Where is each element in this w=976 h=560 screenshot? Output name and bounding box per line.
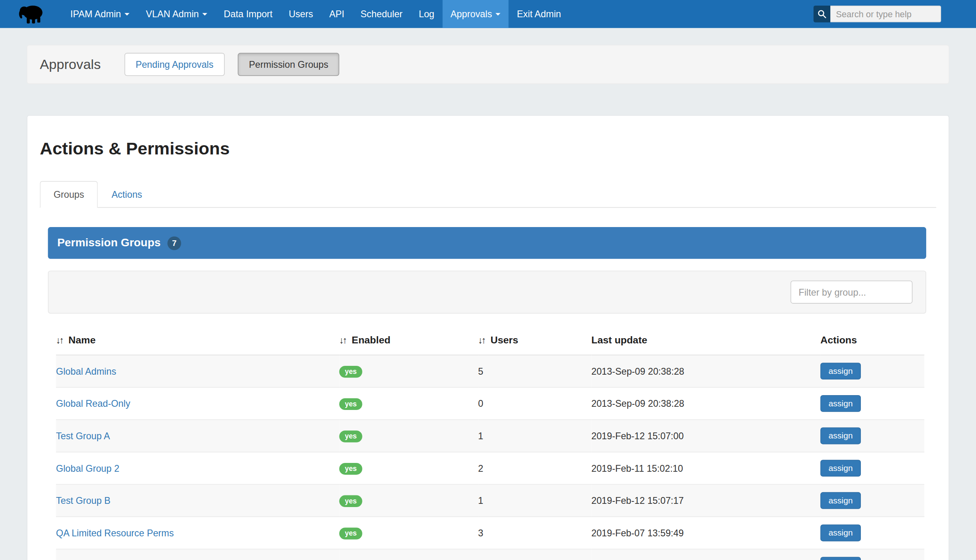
- tab-groups[interactable]: Groups: [40, 181, 98, 208]
- enabled-badge: yes: [339, 463, 362, 474]
- last-update: 2019-Feb-12 15:08:37: [591, 549, 820, 560]
- table-row: Global Group 2 yes 2 2019-Feb-11 15:02:1…: [56, 452, 925, 485]
- table-header-row: ↓↑Name ↓↑Enabled ↓↑Users Last update Act…: [56, 320, 925, 355]
- tab-actions[interactable]: Actions: [98, 181, 156, 208]
- last-update: 2013-Sep-09 20:38:28: [591, 355, 820, 388]
- nav-item-vlan-admin[interactable]: VLAN Admin: [138, 0, 216, 28]
- enabled-badge: yes: [339, 398, 362, 410]
- last-update: 2019-Feb-12 15:07:17: [591, 484, 820, 517]
- nav-item-data-import[interactable]: Data Import: [216, 0, 281, 28]
- users-count: 5: [478, 355, 591, 388]
- users-count: 3: [478, 517, 591, 549]
- nav-item-scheduler[interactable]: Scheduler: [352, 0, 411, 28]
- page: IPAM Admin VLAN Admin Data Import Users …: [0, 0, 976, 560]
- assign-button[interactable]: assign: [820, 428, 861, 444]
- column-header-name[interactable]: ↓↑Name: [56, 320, 340, 355]
- column-header-actions: Actions: [820, 320, 924, 355]
- pending-approvals-button[interactable]: Pending Approvals: [124, 53, 225, 76]
- enabled-badge: yes: [339, 527, 362, 539]
- assign-button[interactable]: assign: [820, 395, 861, 412]
- table-row: Global Read-Only yes 0 2013-Sep-09 20:38…: [56, 388, 925, 420]
- nav-item-api[interactable]: API: [321, 0, 352, 28]
- group-link[interactable]: Global Group 2: [56, 463, 120, 473]
- assign-button[interactable]: assign: [820, 363, 861, 379]
- last-update: 2019-Feb-12 15:07:00: [591, 420, 820, 452]
- count-badge: 7: [167, 236, 181, 250]
- approvals-header-card: Approvals Pending Approvals Permission G…: [27, 45, 950, 84]
- nav-item-label: Log: [419, 9, 434, 19]
- nav-menu: IPAM Admin VLAN Admin Data Import Users …: [62, 0, 569, 28]
- nav-item-label: API: [329, 9, 345, 19]
- last-update: 2019-Feb-11 15:02:10: [591, 452, 820, 485]
- actions-permissions-card: Actions & Permissions Groups Actions Per…: [27, 115, 950, 560]
- column-label: Enabled: [352, 335, 390, 345]
- nav-item-label: VLAN Admin: [146, 9, 199, 19]
- group-link[interactable]: Test Group A: [56, 430, 110, 441]
- users-count: 1: [478, 549, 591, 560]
- group-link[interactable]: Test Group B: [56, 495, 111, 506]
- tab-bar: Groups Actions: [40, 181, 936, 208]
- group-link[interactable]: Global Read-Only: [56, 398, 130, 409]
- last-update: 2019-Feb-07 13:59:49: [591, 517, 820, 549]
- table-row: QA Limited Resource Perms yes 3 2019-Feb…: [56, 517, 925, 549]
- enabled-badge: yes: [339, 495, 362, 507]
- nav-item-users[interactable]: Users: [281, 0, 321, 28]
- column-label: Users: [490, 335, 518, 345]
- permission-groups-table: ↓↑Name ↓↑Enabled ↓↑Users Last update Act…: [56, 320, 925, 560]
- sort-icon[interactable]: ↓↑: [478, 335, 485, 345]
- table-row: Test Group A yes 1 2019-Feb-12 15:07:00 …: [56, 420, 925, 452]
- table-row: QA TLR Non Admin Group yes 1 2019-Feb-12…: [56, 549, 925, 560]
- table-toolbar: [48, 271, 926, 314]
- nav-item-label: Scheduler: [360, 9, 403, 19]
- nav-item-log[interactable]: Log: [411, 0, 442, 28]
- nav-item-label: Data Import: [224, 9, 273, 19]
- nav-item-exit-admin[interactable]: Exit Admin: [509, 0, 569, 28]
- section-title: Actions & Permissions: [40, 139, 936, 159]
- table-row: Global Admins yes 5 2013-Sep-09 20:38:28…: [56, 355, 925, 388]
- caret-down-icon: [125, 13, 130, 15]
- nav-item-label: Users: [289, 9, 313, 19]
- enabled-badge: yes: [339, 365, 362, 377]
- users-count: 1: [478, 484, 591, 517]
- column-label: Name: [69, 335, 96, 345]
- users-count: 0: [478, 388, 591, 420]
- panel-header: Permission Groups 7: [48, 227, 926, 259]
- caret-down-icon: [203, 13, 207, 15]
- column-header-last-update: Last update: [591, 320, 820, 355]
- last-update: 2013-Sep-09 20:38:28: [591, 388, 820, 420]
- column-header-enabled[interactable]: ↓↑Enabled: [339, 320, 478, 355]
- assign-button[interactable]: assign: [820, 460, 861, 477]
- sort-icon[interactable]: ↓↑: [339, 335, 346, 345]
- column-header-users[interactable]: ↓↑Users: [478, 320, 591, 355]
- navbar-search: [813, 6, 941, 22]
- nav-item-approvals[interactable]: Approvals: [442, 0, 508, 28]
- column-label: Actions: [820, 335, 857, 345]
- assign-button[interactable]: assign: [820, 525, 861, 542]
- page-title: Approvals: [40, 56, 101, 72]
- app-logo-icon[interactable]: [16, 0, 46, 28]
- users-count: 1: [478, 420, 591, 452]
- sort-icon[interactable]: ↓↑: [56, 335, 63, 345]
- permission-groups-button[interactable]: Permission Groups: [238, 53, 340, 76]
- nav-item-label: Exit Admin: [517, 9, 561, 19]
- users-count: 2: [478, 452, 591, 485]
- search-icon[interactable]: [813, 6, 830, 22]
- nav-item-label: Approvals: [451, 9, 492, 19]
- assign-button[interactable]: assign: [820, 557, 861, 560]
- top-navbar: IPAM Admin VLAN Admin Data Import Users …: [0, 0, 976, 28]
- table-row: Test Group B yes 1 2019-Feb-12 15:07:17 …: [56, 484, 925, 517]
- enabled-badge: yes: [339, 430, 362, 442]
- filter-input[interactable]: [791, 281, 913, 304]
- search-input[interactable]: [830, 6, 941, 22]
- nav-item-label: IPAM Admin: [70, 9, 121, 19]
- group-link[interactable]: Global Admins: [56, 366, 116, 376]
- nav-item-ipam-admin[interactable]: IPAM Admin: [62, 0, 138, 28]
- column-label: Last update: [591, 335, 647, 345]
- caret-down-icon: [496, 13, 500, 15]
- assign-button[interactable]: assign: [820, 492, 861, 509]
- group-link[interactable]: QA Limited Resource Perms: [56, 528, 174, 538]
- panel-title: Permission Groups: [57, 236, 161, 250]
